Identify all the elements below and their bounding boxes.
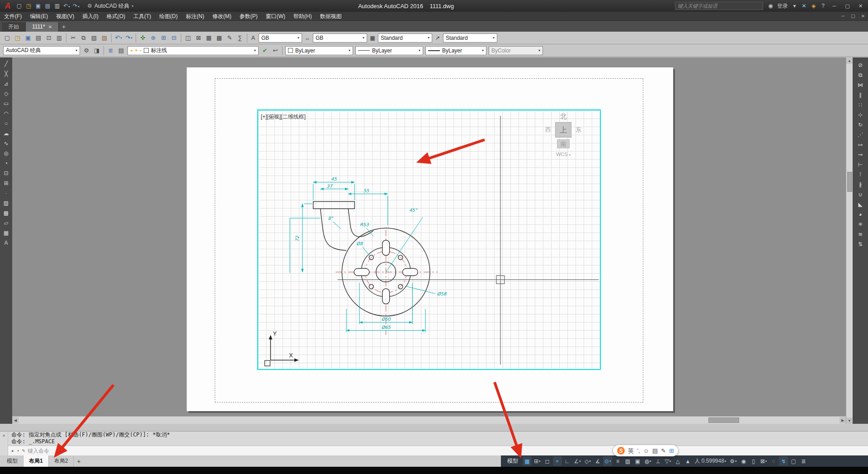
spline-tool[interactable]: ∿ xyxy=(1,139,11,147)
object-snap-toggle[interactable]: ⊙▾ xyxy=(603,456,613,466)
rotate-tool[interactable]: ↻ xyxy=(855,120,865,129)
workspace-switcher[interactable]: ⚙AutoCAD 经典 xyxy=(84,2,137,10)
ime-skin-icon[interactable]: ✎ xyxy=(661,447,666,454)
annotation-monitor-toggle[interactable]: ◉ xyxy=(739,456,748,466)
construction-line-tool[interactable]: ╳ xyxy=(1,69,11,78)
blend-tool[interactable]: ≋ xyxy=(855,230,865,238)
doc-restore-button[interactable]: ▢ xyxy=(848,14,858,19)
match-properties-button[interactable]: ▨ xyxy=(99,33,109,43)
make-object-layer-current-button[interactable]: ✔ xyxy=(260,46,270,56)
properties-palette-button[interactable]: ◫ xyxy=(183,33,193,43)
hatch-tool[interactable]: ▨ xyxy=(1,199,11,207)
sign-in-avatar-icon[interactable]: ◉ xyxy=(766,3,775,9)
stretch-tool[interactable]: ↦ xyxy=(855,140,865,149)
tab-document-1111[interactable]: 1111*✕ xyxy=(26,22,59,32)
viewcube-north[interactable]: 北 xyxy=(538,112,588,121)
markup-button[interactable]: ✎ xyxy=(225,33,235,43)
ime-emoji-icon[interactable]: ☺ xyxy=(643,447,649,454)
dynamic-ucs-toggle[interactable]: ⊥ xyxy=(653,456,662,466)
infer-constraints-toggle[interactable]: ◻ xyxy=(543,456,552,466)
doc-minimize-button[interactable]: ─ xyxy=(838,14,848,19)
doc-close-button[interactable]: ✕ xyxy=(858,14,868,19)
command-options-icon[interactable]: ▾ xyxy=(17,449,19,453)
tab-model[interactable]: 模型 xyxy=(1,455,24,467)
menu-insert[interactable]: 插入(I) xyxy=(78,12,102,21)
ime-punctuation-icon[interactable]: ’, xyxy=(637,447,640,454)
text-style-select[interactable]: GB xyxy=(259,33,302,43)
designcenter-button[interactable]: ⊠ xyxy=(193,33,203,43)
menu-parametric[interactable]: 参数(P) xyxy=(236,12,262,21)
viewcube-east[interactable]: 东 xyxy=(576,126,581,134)
point-tool[interactable]: ∙ xyxy=(1,189,11,197)
object-snap-tracking-toggle[interactable]: ∡ xyxy=(593,456,602,466)
copy-tool[interactable]: ⧉ xyxy=(855,71,865,79)
offset-tool[interactable]: ∥ xyxy=(855,90,865,99)
transparency-toggle[interactable]: ▨ xyxy=(623,456,632,466)
search-input[interactable] xyxy=(678,3,760,9)
open-button[interactable]: ◳ xyxy=(13,33,23,43)
fillet-tool[interactable]: ◕ xyxy=(855,210,865,218)
undo-button[interactable]: ↶▾ xyxy=(113,33,123,43)
tab-layout2[interactable]: 布局2 xyxy=(49,455,74,467)
mirror-tool[interactable]: ⋈ xyxy=(855,81,865,89)
annotation-visibility-toggle[interactable]: △ xyxy=(673,456,682,466)
ime-keyboard-icon[interactable]: ▤ xyxy=(652,447,658,454)
move-tool[interactable]: ⊹ xyxy=(855,110,865,119)
sign-in-label[interactable]: 登录 xyxy=(775,2,790,10)
ime-language-toggle[interactable]: 英 xyxy=(628,447,634,455)
clean-screen-button[interactable]: ▢ xyxy=(789,456,798,466)
tab-start[interactable]: 开始 xyxy=(2,22,26,32)
trim-tool[interactable]: ⊸ xyxy=(855,150,865,159)
layer-states-button[interactable]: ▤ xyxy=(116,46,126,56)
menu-help[interactable]: 帮助(H) xyxy=(289,12,316,21)
my-workspace-icon[interactable]: ◨ xyxy=(92,46,102,56)
menu-draw[interactable]: 绘图(D) xyxy=(155,12,182,21)
graphics-performance-toggle[interactable]: ↯ xyxy=(779,456,788,466)
polygon-tool[interactable]: ◇ xyxy=(1,89,11,98)
menu-window[interactable]: 窗口(W) xyxy=(262,12,289,21)
gradient-tool[interactable]: ▩ xyxy=(1,209,11,217)
join-tool[interactable]: ∪ xyxy=(855,190,865,199)
make-block-tool[interactable]: ⊞ xyxy=(1,179,11,187)
erase-tool[interactable]: ⊘ xyxy=(855,61,865,69)
drawing-canvas[interactable]: 45 37 55 72 8° R53 xyxy=(12,57,846,416)
sheet-set-manager-button[interactable]: ▩ xyxy=(214,33,224,43)
linetype-select[interactable]: ByLayer xyxy=(355,46,423,55)
zoom-previous-button[interactable]: ⊟ xyxy=(169,33,179,43)
chamfer-tool[interactable]: ◣ xyxy=(855,200,865,209)
insert-block-tool[interactable]: ⊡ xyxy=(1,169,11,177)
help-icon[interactable]: ? xyxy=(818,3,828,9)
3d-osnap-toggle[interactable]: ◍▾ xyxy=(643,456,652,466)
dynamic-input-toggle[interactable]: + xyxy=(553,456,562,466)
autoscale-toggle[interactable]: ▲ xyxy=(683,456,692,466)
vertical-scrollbar[interactable]: ▲ ▼ xyxy=(846,57,853,424)
annotation-scale-button[interactable]: 人 0.599948▾ xyxy=(693,456,727,466)
ortho-toggle[interactable]: ∟ xyxy=(563,456,572,466)
line-tool[interactable]: ╱ xyxy=(1,59,11,68)
viewcube-west[interactable]: 西 xyxy=(545,126,551,134)
object-color-select[interactable]: ByLayer xyxy=(285,46,353,55)
ime-toolbox-icon[interactable]: ⊞ xyxy=(669,447,674,454)
plot-button[interactable]: ▤ xyxy=(33,33,43,43)
command-window-close-icon[interactable]: ✕ xyxy=(2,433,5,455)
extend-tool[interactable]: ⊢ xyxy=(855,160,865,169)
selection-filter-toggle[interactable]: ▽▾ xyxy=(663,456,672,466)
zoom-window-button[interactable]: ⊞ xyxy=(159,33,169,43)
viewport-controls-label[interactable]: [+][俯视][二维线框] xyxy=(261,113,306,121)
workspace-switching-button[interactable]: ⚙▾ xyxy=(728,456,738,466)
copy-clip-button[interactable]: ⧉ xyxy=(79,33,89,43)
scroll-left-arrow[interactable]: ◀ xyxy=(12,417,19,423)
layer-properties-manager-button[interactable]: ≣ xyxy=(106,46,116,56)
ellipse-arc-tool[interactable]: ◔ xyxy=(1,159,11,167)
layout-viewport[interactable]: 45 37 55 72 8° R53 xyxy=(257,109,601,370)
communication-center-icon[interactable]: ◈ xyxy=(809,3,818,9)
qat-plot-icon[interactable]: ▥ xyxy=(52,3,62,9)
multileader-style-select[interactable]: Standard xyxy=(443,33,497,43)
lock-ui-button[interactable]: ⊠▾ xyxy=(759,456,769,466)
menu-file[interactable]: 文件(F) xyxy=(0,12,26,21)
array-tool[interactable]: ∷ xyxy=(855,100,865,109)
viewcube[interactable]: 北 西 上 东 南 WCS xyxy=(538,112,588,157)
redo-button[interactable]: ↷▾ xyxy=(124,33,134,43)
qat-saveas-icon[interactable]: ▤ xyxy=(43,3,52,9)
align-tool[interactable]: ⇅ xyxy=(855,240,865,248)
